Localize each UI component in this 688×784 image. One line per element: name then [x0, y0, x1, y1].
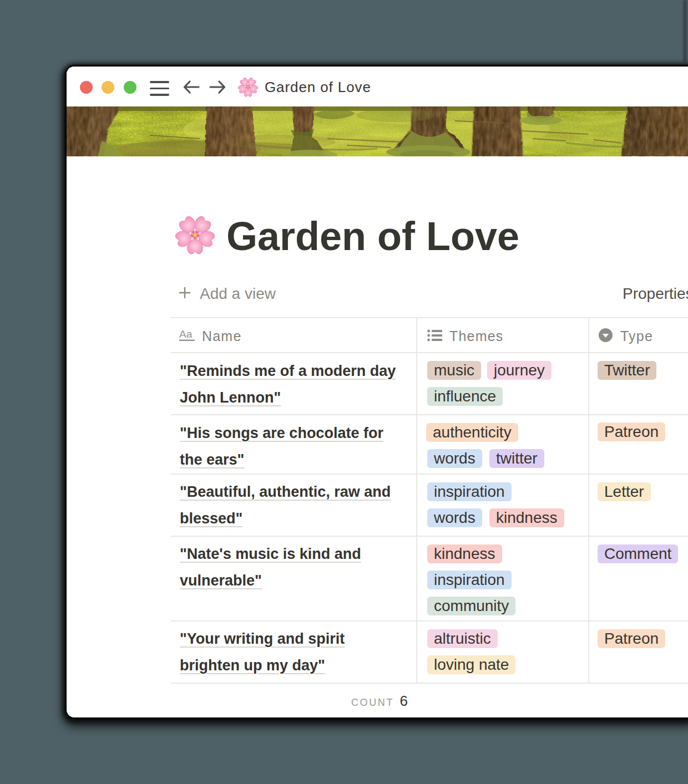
svg-text:Aa: Aa [179, 329, 193, 340]
